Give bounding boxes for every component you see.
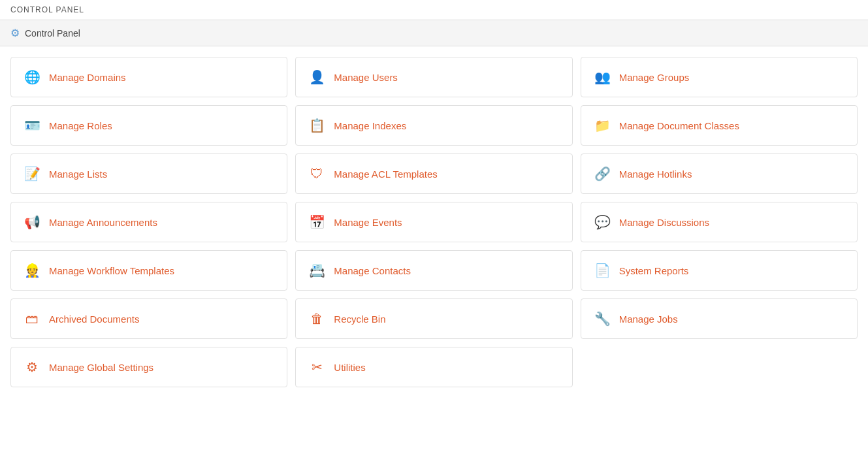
megaphone-icon: 📢 <box>24 214 40 230</box>
card-label-manage-announcements: Manage Announcements <box>49 217 157 228</box>
card-label-manage-document-classes: Manage Document Classes <box>619 120 739 131</box>
card-manage-lists[interactable]: 📝Manage Lists <box>10 153 287 194</box>
gear-icon: ⚙ <box>10 27 20 39</box>
main-content: 🌐Manage Domains👤Manage Users👥Manage Grou… <box>0 46 868 398</box>
card-manage-roles[interactable]: 🪪Manage Roles <box>10 105 287 146</box>
users-icon: 👥 <box>594 69 610 85</box>
breadcrumb-bar: ⚙ Control Panel <box>0 20 868 46</box>
card-label-manage-workflow-templates: Manage Workflow Templates <box>49 265 174 276</box>
wrench-icon: 🔧 <box>594 311 610 327</box>
card-label-system-reports: System Reports <box>619 265 689 276</box>
top-bar-title: CONTROL PANEL <box>10 5 84 14</box>
globe-icon: 🌐 <box>24 69 40 85</box>
card-label-manage-jobs: Manage Jobs <box>619 313 678 325</box>
card-label-manage-acl-templates: Manage ACL Templates <box>334 169 437 180</box>
card-system-reports[interactable]: 📄System Reports <box>581 250 858 291</box>
card-manage-document-classes[interactable]: 📁Manage Document Classes <box>581 105 858 146</box>
card-label-manage-events: Manage Events <box>334 217 402 228</box>
card-label-utilities: Utilities <box>334 362 365 373</box>
scissors-icon: ✂ <box>309 359 325 375</box>
link-icon: 🔗 <box>594 166 610 182</box>
card-label-manage-roles: Manage Roles <box>49 120 112 131</box>
card-manage-announcements[interactable]: 📢Manage Announcements <box>10 202 287 242</box>
card-recycle-bin[interactable]: 🗑Recycle Bin <box>295 298 572 339</box>
id-card-icon: 🪪 <box>24 118 40 133</box>
card-label-manage-users: Manage Users <box>334 72 398 83</box>
top-bar: CONTROL PANEL <box>0 0 868 20</box>
report-icon: 📄 <box>594 263 610 278</box>
comment-icon: 💬 <box>594 214 610 230</box>
list-icon: 📝 <box>24 166 40 182</box>
card-label-archived-documents: Archived Documents <box>49 313 139 325</box>
card-manage-groups[interactable]: 👥Manage Groups <box>581 57 858 97</box>
card-manage-users[interactable]: 👤Manage Users <box>295 57 572 97</box>
folder-icon: 📁 <box>594 118 610 133</box>
card-manage-domains[interactable]: 🌐Manage Domains <box>10 57 287 97</box>
archive-icon: 🗃 <box>24 312 40 327</box>
card-manage-global-settings[interactable]: ⚙Manage Global Settings <box>10 347 287 387</box>
breadcrumb-label: Control Panel <box>25 28 80 39</box>
card-utilities[interactable]: ✂Utilities <box>295 347 572 387</box>
calendar-icon: 📅 <box>309 214 325 230</box>
workflow-icon: 👷 <box>24 263 40 278</box>
contact-icon: 📇 <box>309 263 325 278</box>
table-icon: 📋 <box>309 118 325 133</box>
card-manage-hotlinks[interactable]: 🔗Manage Hotlinks <box>581 153 858 194</box>
card-manage-contacts[interactable]: 📇Manage Contacts <box>295 250 572 291</box>
card-label-manage-discussions: Manage Discussions <box>619 217 709 228</box>
card-manage-events[interactable]: 📅Manage Events <box>295 202 572 242</box>
card-manage-workflow-templates[interactable]: 👷Manage Workflow Templates <box>10 250 287 291</box>
user-icon: 👤 <box>309 69 325 85</box>
card-manage-acl-templates[interactable]: 🛡Manage ACL Templates <box>295 153 572 194</box>
control-panel-grid: 🌐Manage Domains👤Manage Users👥Manage Grou… <box>10 57 858 387</box>
card-label-manage-contacts: Manage Contacts <box>334 265 411 276</box>
card-label-manage-indexes: Manage Indexes <box>334 120 406 131</box>
shield-icon: 🛡 <box>309 167 325 182</box>
card-label-recycle-bin: Recycle Bin <box>334 313 385 325</box>
card-archived-documents[interactable]: 🗃Archived Documents <box>10 298 287 339</box>
trash-icon: 🗑 <box>309 312 325 327</box>
card-manage-indexes[interactable]: 📋Manage Indexes <box>295 105 572 146</box>
card-manage-jobs[interactable]: 🔧Manage Jobs <box>581 298 858 339</box>
settings-icon: ⚙ <box>24 359 40 375</box>
card-label-manage-hotlinks: Manage Hotlinks <box>619 169 692 180</box>
card-label-manage-domains: Manage Domains <box>49 72 126 83</box>
card-manage-discussions[interactable]: 💬Manage Discussions <box>581 202 858 242</box>
card-label-manage-global-settings: Manage Global Settings <box>49 362 153 373</box>
card-label-manage-groups: Manage Groups <box>619 72 690 83</box>
card-label-manage-lists: Manage Lists <box>49 169 107 180</box>
